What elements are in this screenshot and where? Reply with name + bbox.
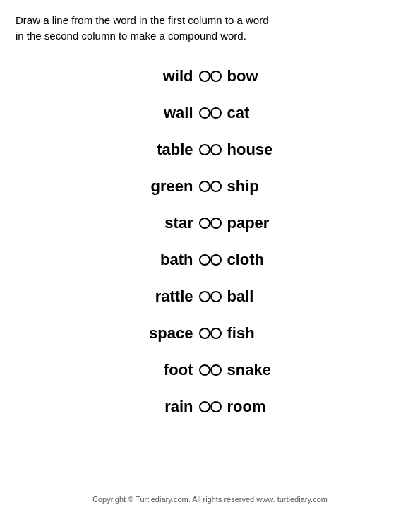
left-word-row: bath bbox=[160, 242, 210, 278]
right-word: cloth bbox=[227, 251, 265, 269]
instruction-line1: Draw a line from the word in the first c… bbox=[16, 14, 268, 26]
left-word: rattle bbox=[155, 287, 193, 306]
left-word: wall bbox=[164, 104, 193, 122]
right-word-row: house bbox=[210, 131, 273, 168]
left-word: wild bbox=[163, 67, 193, 85]
left-word-row: rain bbox=[164, 388, 210, 425]
left-circle[interactable] bbox=[199, 181, 210, 192]
left-circle[interactable] bbox=[199, 107, 210, 119]
footer: Copyright © Turtlediary.com. All rights … bbox=[0, 495, 420, 504]
right-circle[interactable] bbox=[210, 107, 222, 119]
left-word: space bbox=[149, 324, 193, 343]
right-word-row: cat bbox=[210, 95, 250, 131]
left-word: foot bbox=[164, 361, 193, 379]
right-word: ball bbox=[227, 287, 254, 306]
right-circle[interactable] bbox=[210, 218, 222, 229]
left-column: wildwalltablegreenstarbathrattlespacefoo… bbox=[27, 58, 210, 425]
right-circle[interactable] bbox=[210, 181, 222, 192]
right-word: bow bbox=[227, 67, 258, 85]
exercise-area: wildwalltablegreenstarbathrattlespacefoo… bbox=[0, 58, 420, 425]
right-circle[interactable] bbox=[210, 144, 222, 155]
right-circle[interactable] bbox=[210, 401, 222, 412]
left-word-row: green bbox=[151, 168, 210, 205]
left-word-row: table bbox=[157, 131, 210, 168]
right-word: paper bbox=[227, 214, 270, 232]
left-word-row: foot bbox=[164, 352, 210, 388]
right-word-row: cloth bbox=[210, 242, 265, 278]
right-circle[interactable] bbox=[210, 71, 222, 82]
left-circle[interactable] bbox=[199, 218, 210, 229]
left-circle[interactable] bbox=[199, 328, 210, 339]
footer-text: Copyright © Turtlediary.com. All rights … bbox=[92, 495, 328, 504]
right-word-row: room bbox=[210, 388, 266, 425]
right-circle[interactable] bbox=[210, 364, 222, 376]
right-column: bowcathouseshippaperclothballfishsnakero… bbox=[210, 58, 394, 425]
right-circle[interactable] bbox=[210, 291, 222, 302]
instructions: Draw a line from the word in the first c… bbox=[0, 0, 420, 51]
right-word: snake bbox=[227, 361, 271, 379]
left-word: rain bbox=[164, 398, 193, 416]
left-circle[interactable] bbox=[199, 291, 210, 302]
left-word: bath bbox=[160, 251, 193, 269]
right-word: fish bbox=[227, 324, 255, 343]
right-word: cat bbox=[227, 104, 250, 122]
right-circle[interactable] bbox=[210, 328, 222, 339]
left-word-row: wild bbox=[163, 58, 210, 95]
left-word-row: wall bbox=[164, 95, 210, 131]
left-circle[interactable] bbox=[199, 71, 210, 82]
right-word-row: fish bbox=[210, 315, 255, 352]
left-word: star bbox=[164, 214, 193, 232]
right-word-row: ball bbox=[210, 278, 254, 315]
right-word-row: paper bbox=[210, 205, 270, 242]
right-word-row: bow bbox=[210, 58, 258, 95]
right-word-row: ship bbox=[210, 168, 259, 205]
left-word: green bbox=[151, 177, 193, 196]
left-word-row: space bbox=[149, 315, 210, 352]
left-word: table bbox=[157, 141, 193, 159]
left-word-row: star bbox=[164, 205, 210, 242]
right-word: ship bbox=[227, 177, 259, 196]
left-circle[interactable] bbox=[199, 364, 210, 376]
left-word-row: rattle bbox=[155, 278, 210, 315]
columns-container: wildwalltablegreenstarbathrattlespacefoo… bbox=[27, 58, 394, 425]
right-word: room bbox=[227, 398, 266, 416]
right-circle[interactable] bbox=[210, 254, 222, 266]
left-circle[interactable] bbox=[199, 254, 210, 266]
right-word-row: snake bbox=[210, 352, 271, 388]
instruction-line2: in the second column to make a compound … bbox=[16, 30, 246, 42]
right-word: house bbox=[227, 141, 273, 159]
left-circle[interactable] bbox=[199, 401, 210, 412]
left-circle[interactable] bbox=[199, 144, 210, 155]
